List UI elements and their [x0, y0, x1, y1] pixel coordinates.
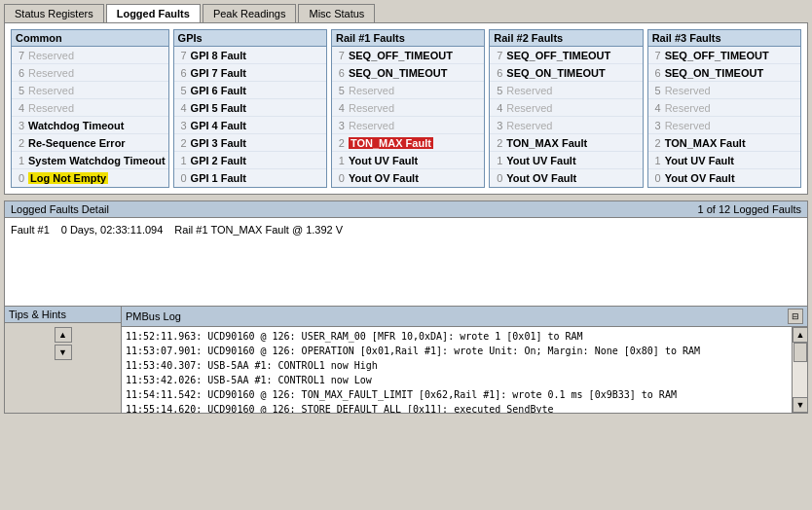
fault-row: 2GPI 3 Fault	[174, 134, 326, 152]
fault-description: Rail #1 TON_MAX Fault @ 1.392 V	[174, 224, 343, 236]
fault-row: 3GPI 4 Fault	[174, 117, 326, 134]
tips-panel: Tips & Hints ▲ ▼	[5, 307, 122, 413]
fault-row: 3Reserved	[648, 117, 800, 134]
pmbus-corner-button[interactable]: ⊟	[788, 309, 803, 324]
fault-row: 6SEQ_ON_TIMEOUT	[332, 64, 484, 82]
fault-row: 2Re-Sequence Error	[12, 134, 168, 152]
fault-detail-line: Fault #1 0 Days, 02:33:11.094 Rail #1 TO…	[11, 222, 801, 237]
pmbus-scroll-down[interactable]: ▼	[793, 397, 807, 413]
fault-row: 4Reserved	[12, 99, 168, 117]
rail1-header: Rail #1 Faults	[332, 30, 484, 47]
rail2-header: Rail #2 Faults	[490, 30, 642, 47]
fault-row: 6SEQ_ON_TIMEOUT	[490, 64, 642, 82]
rail1-column: Rail #1 Faults 7SEQ_OFF_TIMEOUT 6SEQ_ON_…	[331, 29, 485, 188]
pmbus-scrollbar: ▲ ▼	[792, 327, 807, 413]
fault-row: 2TON_MAX Fault	[332, 134, 484, 152]
fault-grid: Common 7Reserved 6Reserved 5Reserved 4Re…	[11, 29, 801, 188]
fault-row: 6GPI 7 Fault	[174, 64, 326, 82]
pmbus-log-body: 11:52:11.963: UCD90160 @ 126: USER_RAM_0…	[122, 327, 792, 413]
fault-row: 6SEQ_ON_TIMEOUT	[648, 64, 800, 82]
gpis-column: GPIs 7GPI 8 Fault 6GPI 7 Fault 5GPI 6 Fa…	[173, 29, 327, 188]
fault-row: 4Reserved	[490, 99, 642, 117]
fault-row: 4Reserved	[648, 99, 800, 117]
detail-header-right: 1 of 12 Logged Faults	[698, 203, 801, 215]
pmbus-scroll-up[interactable]: ▲	[793, 327, 807, 343]
common-header: Common	[12, 30, 168, 47]
pmbus-log-line: 11:53:42.026: USB-5AA #1: CONTROL1 now L…	[126, 373, 788, 387]
fault-row: 5Reserved	[12, 82, 168, 99]
rail3-column: Rail #3 Faults 7SEQ_OFF_TIMEOUT 6SEQ_ON_…	[647, 29, 801, 188]
fault-row: 0Yout OV Fault	[648, 169, 800, 187]
fault-row: 7Reserved	[12, 47, 168, 64]
fault-time: 0 Days, 02:33:11.094	[61, 224, 164, 236]
fault-row: 1System Watchdog Timeout	[12, 152, 168, 169]
fault-row: 0Log Not Empty	[12, 169, 168, 187]
pmbus-log-line: 11:52:11.963: UCD90160 @ 126: USER_RAM_0…	[126, 329, 788, 344]
fault-row: 1Yout UV Fault	[490, 152, 642, 169]
fault-row: 7SEQ_OFF_TIMEOUT	[490, 47, 642, 64]
tips-scroll-down[interactable]: ▼	[55, 345, 72, 360]
bottom-section: Tips & Hints ▲ ▼ PMBus Log ⊟ 11:52:11.96…	[4, 307, 808, 414]
fault-row: 3Reserved	[332, 117, 484, 134]
pmbus-log-line: 11:55:14.620: UCD90160 @ 126: STORE_DEFA…	[126, 402, 788, 413]
fault-row: 7GPI 8 Fault	[174, 47, 326, 64]
tips-header: Tips & Hints	[5, 307, 121, 323]
detail-body: Fault #1 0 Days, 02:33:11.094 Rail #1 TO…	[5, 218, 807, 306]
pmbus-header-label: PMBus Log	[126, 310, 181, 322]
fault-row: 5Reserved	[490, 82, 642, 99]
rail3-header: Rail #3 Faults	[648, 30, 800, 47]
tab-status-registers[interactable]: Status Registers	[4, 4, 104, 22]
fault-row: 7SEQ_OFF_TIMEOUT	[648, 47, 800, 64]
detail-section: Logged Faults Detail 1 of 12 Logged Faul…	[4, 200, 808, 307]
fault-row: 4GPI 5 Fault	[174, 99, 326, 117]
tab-misc-status[interactable]: Misc Status	[298, 4, 375, 22]
fault-row: 7SEQ_OFF_TIMEOUT	[332, 47, 484, 64]
detail-header: Logged Faults Detail 1 of 12 Logged Faul…	[5, 201, 807, 218]
tab-logged-faults[interactable]: Logged Faults	[106, 4, 201, 22]
pmbus-header: PMBus Log ⊟	[122, 307, 807, 327]
fault-row: 2TON_MAX Fault	[490, 134, 642, 152]
detail-header-left: Logged Faults Detail	[11, 203, 109, 215]
pmbus-body-wrapper: 11:52:11.963: UCD90160 @ 126: USER_RAM_0…	[122, 327, 807, 413]
fault-row: 3Reserved	[490, 117, 642, 134]
pmbus-log-line: 11:53:40.307: USB-5AA #1: CONTROL1 now H…	[126, 358, 788, 373]
fault-row: 5Reserved	[332, 82, 484, 99]
common-column: Common 7Reserved 6Reserved 5Reserved 4Re…	[11, 29, 169, 188]
pmbus-log-line: 11:53:07.901: UCD90160 @ 126: OPERATION …	[126, 344, 788, 358]
pmbus-panel: PMBus Log ⊟ 11:52:11.963: UCD90160 @ 126…	[122, 307, 807, 413]
main-panel: Common 7Reserved 6Reserved 5Reserved 4Re…	[4, 22, 808, 195]
tips-scroll-buttons: ▲ ▼	[5, 327, 121, 360]
fault-row: 1GPI 2 Fault	[174, 152, 326, 169]
gpis-header: GPIs	[174, 30, 326, 47]
fault-row: 1Yout UV Fault	[648, 152, 800, 169]
fault-row: 0Yout OV Fault	[490, 169, 642, 187]
fault-row: 1Yout UV Fault	[332, 152, 484, 169]
pmbus-log-line: 11:54:11.542: UCD90160 @ 126: TON_MAX_FA…	[126, 387, 788, 402]
fault-row: 5Reserved	[648, 82, 800, 99]
fault-row: 3Watchdog Timeout	[12, 117, 168, 134]
tab-peak-readings[interactable]: Peak Readings	[203, 4, 297, 22]
fault-row: 6Reserved	[12, 64, 168, 82]
fault-row: 4Reserved	[332, 99, 484, 117]
fault-row: 2TON_MAX Fault	[648, 134, 800, 152]
fault-row: 0Yout OV Fault	[332, 169, 484, 187]
fault-row: 5GPI 6 Fault	[174, 82, 326, 99]
rail2-column: Rail #2 Faults 7SEQ_OFF_TIMEOUT 6SEQ_ON_…	[489, 29, 643, 188]
pmbus-scroll-thumb[interactable]	[794, 343, 807, 362]
fault-row: 0GPI 1 Fault	[174, 169, 326, 187]
tips-scroll-up[interactable]: ▲	[55, 327, 72, 343]
tab-bar: Status Registers Logged Faults Peak Read…	[0, 0, 812, 22]
pmbus-scroll-track	[793, 343, 807, 397]
fault-number: Fault #1	[11, 224, 50, 236]
